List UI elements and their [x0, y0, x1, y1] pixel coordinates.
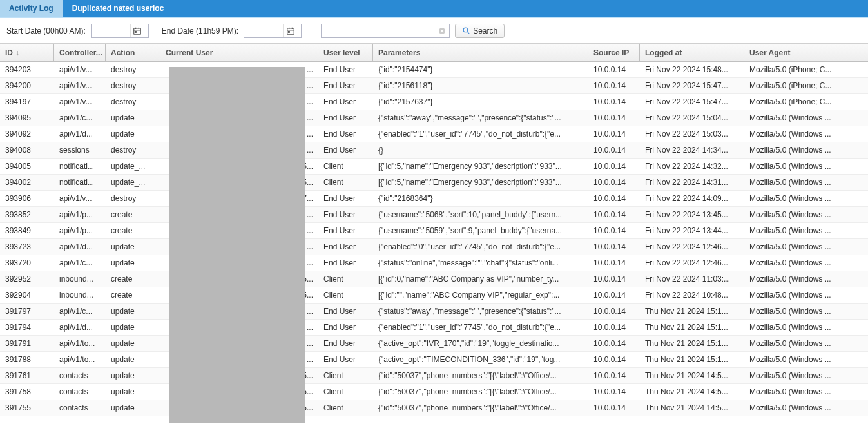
cell-user-level: End User: [318, 320, 373, 334]
table-row[interactable]: 394008sessionsdestroy...End User{}10.0.0…: [0, 142, 868, 159]
table-row[interactable]: 393723api/v1/d...update...End User{"enab…: [0, 239, 868, 255]
end-date-input[interactable]: [244, 25, 283, 37]
cell-source-ip: 10.0.0.14: [588, 288, 640, 302]
end-date-field[interactable]: [244, 24, 302, 38]
table-row[interactable]: 391761contactsupdate5...Client{"id":"500…: [0, 368, 868, 384]
cell-id: 391758: [0, 385, 54, 399]
grid-body[interactable]: 394203api/v1/v...destroy...End User{"id"…: [0, 62, 868, 423]
cell-parameters: [{"id":5,"name":"Emergency 933","descrip…: [373, 175, 588, 189]
cell-id: 391788: [0, 352, 54, 367]
cell-action: update_...: [106, 159, 160, 173]
redacted-block: [169, 67, 305, 423]
col-action[interactable]: Action: [106, 44, 160, 61]
cell-id: 394200: [0, 79, 54, 93]
cell-user-agent: Mozilla/5.0 (Windows ...: [744, 272, 847, 286]
cell-logged-at: Thu Nov 21 2024 14:5...: [640, 401, 744, 415]
col-id[interactable]: ID↓: [0, 44, 54, 61]
cell-parameters: {"enabled":"1","user_id":"7745","do_not_…: [373, 127, 588, 141]
table-row[interactable]: 391758contactsupdate5...Client{"id":"500…: [0, 384, 868, 400]
cell-id: 391794: [0, 320, 54, 334]
start-date-input[interactable]: [92, 25, 130, 37]
table-row[interactable]: 392904inbound...create5...Client[{"id":"…: [0, 287, 868, 304]
col-logged-at[interactable]: Logged at: [640, 44, 744, 61]
cell-controller: api/v1/d...: [54, 240, 106, 254]
cell-parameters: {"status":"online","message":"","chat":{…: [373, 256, 588, 270]
table-row[interactable]: 394005notificati...update_...5...Client[…: [0, 159, 868, 175]
cell-parameters: [{"id":"","name":"ABC Company VIP","regu…: [373, 288, 588, 302]
search-button[interactable]: Search: [455, 24, 505, 38]
cell-logged-at: Fri Nov 22 2024 15:04...: [640, 111, 744, 125]
cell-id: 392952: [0, 272, 54, 286]
cell-action: destroy: [106, 63, 160, 77]
cell-id: 394197: [0, 95, 54, 109]
col-user-level[interactable]: User level: [318, 44, 373, 61]
cell-parameters: {"username":"5068","sort":10,"panel_budd…: [373, 207, 588, 222]
cell-parameters: [{"id":0,"name":"ABC Company as VIP","nu…: [373, 272, 588, 286]
table-row[interactable]: 394203api/v1/v...destroy...End User{"id"…: [0, 62, 868, 78]
cell-source-ip: 10.0.0.14: [588, 401, 640, 415]
cell-parameters: {"enabled":"0","user_id":"7745","do_not_…: [373, 240, 588, 254]
col-parameters[interactable]: Parameters: [373, 44, 588, 61]
cell-user-agent: Mozilla/5.0 (Windows ...: [744, 288, 847, 302]
tab-duplicated-nated-userloc[interactable]: Duplicated nated userloc: [63, 0, 174, 17]
search-field[interactable]: [321, 24, 450, 38]
table-row[interactable]: 391791api/v1/to...update...End User{"act…: [0, 336, 868, 352]
cell-logged-at: Fri Nov 22 2024 13:45...: [640, 207, 744, 222]
table-row[interactable]: 393906api/v1/v...destroy7...End User{"id…: [0, 191, 868, 207]
cell-logged-at: Fri Nov 22 2024 15:03...: [640, 127, 744, 141]
table-row[interactable]: 394092api/v1/d...update...End User{"enab…: [0, 126, 868, 142]
cell-parameters: {"active_opt":"IVR_170","id":"19","toggl…: [373, 336, 588, 351]
cell-controller: api/v1/v...: [54, 191, 106, 206]
end-date-label: End Date (11h59 PM):: [162, 26, 238, 35]
table-row[interactable]: 394095api/v1/c...update...End User{"stat…: [0, 110, 868, 126]
cell-source-ip: 10.0.0.14: [588, 143, 640, 157]
clear-icon[interactable]: [436, 25, 448, 37]
cell-logged-at: Fri Nov 22 2024 14:32...: [640, 159, 744, 173]
cell-user-agent: Mozilla/5.0 (Windows ...: [744, 127, 847, 141]
cell-user-agent: Mozilla/5.0 (iPhone; C...: [744, 63, 847, 77]
cell-source-ip: 10.0.0.14: [588, 175, 640, 189]
table-row[interactable]: 393720api/v1/c...update...End User{"stat…: [0, 255, 868, 271]
cell-logged-at: Fri Nov 22 2024 14:34...: [640, 143, 744, 157]
cell-id: 391761: [0, 369, 54, 383]
cell-source-ip: 10.0.0.14: [588, 95, 640, 109]
table-row[interactable]: 394200api/v1/v...destroy...End User{"id"…: [0, 78, 868, 94]
cell-controller: notificati...: [54, 175, 106, 189]
table-row[interactable]: 394197api/v1/v...destroy...End User{"id"…: [0, 94, 868, 110]
cell-controller: inbound...: [54, 272, 106, 286]
cell-action: update: [106, 240, 160, 254]
table-row[interactable]: 394002notificati...update_...5...Client[…: [0, 175, 868, 191]
col-current-user[interactable]: Current User: [160, 44, 318, 61]
cell-parameters: {"id":"2156118"}: [373, 79, 588, 93]
search-input[interactable]: [322, 25, 436, 37]
table-row[interactable]: 392952inbound...create5...Client[{"id":0…: [0, 271, 868, 287]
table-row[interactable]: 393849api/v1/p...create...End User{"user…: [0, 223, 868, 239]
start-date-field[interactable]: [91, 24, 149, 38]
table-row[interactable]: 391797api/v1/c...update...End User{"stat…: [0, 304, 868, 320]
col-user-agent[interactable]: User Agent: [744, 44, 847, 61]
calendar-icon[interactable]: [130, 24, 144, 37]
cell-controller: contacts: [54, 369, 106, 383]
table-row[interactable]: 391794api/v1/d...update...End User{"enab…: [0, 320, 868, 336]
table-row[interactable]: 391788api/v1/to...update...End User{"act…: [0, 352, 868, 368]
cell-controller: api/v1/d...: [54, 127, 106, 141]
col-source-ip[interactable]: Source IP: [588, 44, 640, 61]
cell-source-ip: 10.0.0.14: [588, 111, 640, 125]
cell-source-ip: 10.0.0.14: [588, 191, 640, 206]
table-row[interactable]: 393852api/v1/p...create...End User{"user…: [0, 207, 868, 223]
cell-user-agent: Mozilla/5.0 (Windows ...: [744, 369, 847, 383]
cell-controller: inbound...: [54, 288, 106, 302]
cell-action: destroy: [106, 143, 160, 157]
col-controller[interactable]: Controller...: [54, 44, 106, 61]
search-icon: [462, 26, 470, 35]
cell-parameters: {"username":"5059","sort":9,"panel_buddy…: [373, 224, 588, 238]
cell-user-agent: Mozilla/5.0 (Windows ...: [744, 224, 847, 238]
tab-activity-log[interactable]: Activity Log: [0, 0, 63, 17]
cell-user-agent: Mozilla/5.0 (Windows ...: [744, 207, 847, 222]
cell-source-ip: 10.0.0.14: [588, 207, 640, 222]
tab-bar: Activity Log Duplicated nated userloc: [0, 0, 868, 18]
calendar-icon[interactable]: [283, 24, 297, 37]
table-row[interactable]: 391755contactsupdate5...Client{"id":"500…: [0, 400, 868, 416]
cell-id: 391797: [0, 304, 54, 318]
cell-logged-at: Fri Nov 22 2024 13:44...: [640, 224, 744, 238]
